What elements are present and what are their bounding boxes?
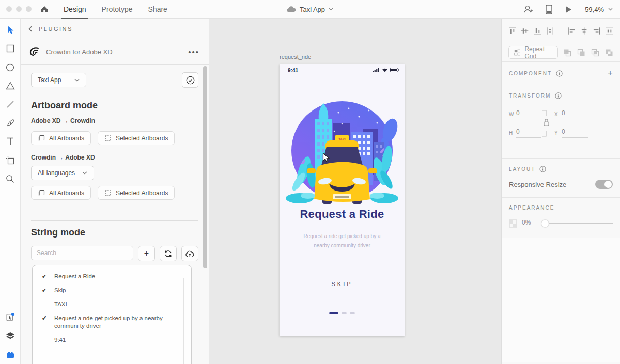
rectangle-tool-icon[interactable] xyxy=(6,44,15,53)
height-field[interactable]: 0 xyxy=(516,128,541,138)
x-field[interactable]: 0 xyxy=(562,109,588,119)
copy-pages-icon xyxy=(38,189,45,197)
taxi-sign-text: TAXI xyxy=(338,138,346,141)
plugins-panel-scrollbar[interactable] xyxy=(203,66,207,268)
y-label: Y xyxy=(554,130,558,136)
onboarding-title: Request a Ride xyxy=(280,208,405,221)
play-preview-icon[interactable] xyxy=(565,6,572,13)
info-icon[interactable] xyxy=(556,70,563,77)
connection-status-button[interactable] xyxy=(182,72,198,88)
artboard-request-ride[interactable]: 9:41 xyxy=(280,64,405,336)
panel-empty-area xyxy=(502,238,620,362)
tool-rail xyxy=(0,19,21,364)
skip-button[interactable]: SKIP xyxy=(280,281,405,287)
all-artboards-button[interactable]: All Artboards xyxy=(31,131,91,145)
taxi-illustration: TAXI xyxy=(285,93,399,204)
upload-strings-button[interactable] xyxy=(181,246,198,261)
zoom-tool-icon[interactable] xyxy=(6,174,15,183)
back-chevron-icon[interactable] xyxy=(28,26,33,32)
plugins-panel-icon[interactable] xyxy=(6,312,15,322)
cloud-icon xyxy=(287,6,296,13)
close-window-icon[interactable] xyxy=(6,6,12,12)
opacity-slider[interactable] xyxy=(541,220,613,227)
add-component-icon[interactable]: + xyxy=(608,68,613,78)
string-list-item[interactable]: 9:41 xyxy=(33,333,191,347)
repeat-grid-button[interactable]: Repeat Grid xyxy=(508,46,558,59)
width-field[interactable]: 0 xyxy=(516,109,541,119)
cloud-upload-icon xyxy=(185,250,194,258)
transform-section: TRANSFORM W 0 H 0 X 0 Y 0 xyxy=(502,85,620,159)
project-select[interactable]: Taxi App xyxy=(31,73,86,87)
plugins-panel-header: PLUGINS xyxy=(21,19,209,39)
distribute-vertical-icon[interactable] xyxy=(606,27,613,35)
languages-select[interactable]: All languages xyxy=(31,166,94,180)
plugin-title-row: Crowdin for Adobe XD ••• xyxy=(21,39,209,65)
responsive-resize-toggle[interactable] xyxy=(595,180,613,189)
info-icon[interactable] xyxy=(539,166,546,172)
property-inspector: Repeat Grid COMPONENT + TRANSFORM W 0 H … xyxy=(501,19,620,364)
layout-label: LAYOUT xyxy=(509,166,535,172)
artboard-name-label[interactable]: request_ride xyxy=(280,54,311,60)
mouse-cursor xyxy=(322,153,330,163)
window-controls[interactable] xyxy=(6,6,32,12)
width-label: W xyxy=(509,112,514,117)
boolean-intersect-icon[interactable] xyxy=(591,49,599,57)
y-field[interactable]: 0 xyxy=(562,128,588,138)
device-preview-icon[interactable] xyxy=(546,5,552,14)
check-circle-icon xyxy=(186,76,195,85)
assets-panel-icon[interactable] xyxy=(6,350,15,359)
string-list-item[interactable]: TAXI xyxy=(33,297,191,311)
check-icon: ✔ xyxy=(42,314,54,330)
canvas[interactable]: request_ride 9:41 xyxy=(210,19,501,364)
tab-share[interactable]: Share xyxy=(148,0,167,19)
align-bottom-icon[interactable] xyxy=(534,27,541,35)
all-artboards-button-2[interactable]: All Artboards xyxy=(31,186,91,200)
ellipse-tool-icon[interactable] xyxy=(6,62,15,72)
info-icon[interactable] xyxy=(555,92,562,99)
plugin-more-menu-icon[interactable]: ••• xyxy=(188,48,199,56)
opacity-slider-knob[interactable] xyxy=(541,220,549,227)
onboarding-subtitle-line2: nearby community driver xyxy=(280,243,405,248)
align-left-icon[interactable] xyxy=(568,27,576,35)
crowdin-to-xd-label: Crowdin → Adobe XD xyxy=(31,154,198,161)
search-input[interactable] xyxy=(31,246,133,260)
distribute-horizontal-icon[interactable] xyxy=(546,27,554,35)
refresh-strings-button[interactable] xyxy=(160,246,177,261)
pen-tool-icon[interactable] xyxy=(6,118,15,128)
add-string-button[interactable]: + xyxy=(138,246,155,261)
string-list-item[interactable]: ✔Request a ride get picked up by a nearb… xyxy=(33,311,191,333)
wifi-icon xyxy=(382,68,388,72)
minimize-window-icon[interactable] xyxy=(16,6,22,12)
align-top-icon[interactable] xyxy=(508,27,516,35)
maximize-window-icon[interactable] xyxy=(26,6,32,12)
boolean-add-icon[interactable] xyxy=(563,49,571,57)
align-center-icon[interactable] xyxy=(580,27,588,35)
string-list-item[interactable]: ✔Skip xyxy=(33,283,191,297)
tab-prototype[interactable]: Prototype xyxy=(102,0,133,19)
boolean-subtract-icon[interactable] xyxy=(577,49,585,57)
tab-design[interactable]: Design xyxy=(64,0,86,19)
align-middle-icon[interactable] xyxy=(521,27,529,35)
copy-pages-icon xyxy=(38,135,45,142)
home-icon[interactable] xyxy=(40,5,49,14)
share-user-icon[interactable] xyxy=(523,4,533,14)
polygon-tool-icon[interactable] xyxy=(6,81,15,90)
select-tool-icon[interactable] xyxy=(6,25,15,35)
opacity-value[interactable]: 0% xyxy=(522,219,533,228)
boolean-exclude-icon[interactable] xyxy=(605,49,613,57)
zoom-level-control[interactable]: 59,4% xyxy=(585,6,613,13)
opacity-checker-icon xyxy=(509,219,517,228)
layers-panel-icon[interactable] xyxy=(6,331,15,340)
text-tool-icon[interactable] xyxy=(6,137,15,146)
check-icon xyxy=(42,336,54,344)
document-title[interactable]: Taxi App xyxy=(287,0,333,19)
lock-aspect-icon[interactable] xyxy=(540,108,550,138)
line-tool-icon[interactable] xyxy=(6,100,15,109)
align-right-icon[interactable] xyxy=(593,27,600,35)
artboard-tool-icon[interactable] xyxy=(6,155,15,165)
string-list-scrollbar[interactable] xyxy=(183,278,184,364)
selected-artboards-button-2[interactable]: Selected Artboards xyxy=(98,186,175,200)
refresh-icon xyxy=(164,250,172,258)
string-list-item[interactable]: ✔Request a Ride xyxy=(33,270,191,283)
selected-artboards-button[interactable]: Selected Artboards xyxy=(98,131,175,145)
